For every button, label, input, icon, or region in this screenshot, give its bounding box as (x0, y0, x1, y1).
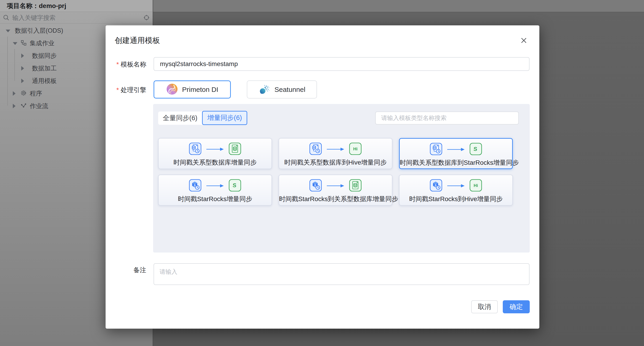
starrocks-timestamp-icon: S (310, 179, 322, 192)
template-type-panel: 全量同步(6)增量同步(6) 时间戳关系型数据库增量同步Hi时间戳关系型数据库到… (153, 104, 530, 252)
svg-text:Hi: Hi (353, 146, 358, 151)
caret-right-icon[interactable] (21, 54, 24, 58)
sidebar-search-input[interactable] (12, 13, 136, 22)
tab-增量同步(6)[interactable]: 增量同步(6) (202, 111, 247, 125)
template-card[interactable]: S时间戳StarRocks到关系型数据库增量同步 (278, 174, 392, 206)
starrocks-timestamp-icon: S (189, 179, 201, 192)
template-card-grid: 时间戳关系型数据库增量同步Hi时间戳关系型数据库到Hive增量同步S时间戳关系型… (158, 138, 513, 206)
project-name-header: 项目名称：demo-prj (0, 0, 153, 12)
create-template-modal: 创建通用模板 模板名称 处理引擎 Primeton DISeatunnel 全量… (106, 25, 539, 329)
starrocks-timestamp-icon: S (430, 179, 442, 192)
gear-icon (20, 90, 26, 97)
svg-text:S: S (473, 146, 478, 152)
search-icon (3, 14, 10, 22)
sidebar-search-bar (0, 12, 153, 24)
main-header-dimmed (153, 0, 644, 12)
starrocks-icon: S (470, 143, 482, 156)
template-card[interactable]: SHi时间戳StarRocks到Hive增量同步 (399, 174, 513, 206)
template-name-label: 模板名称 (106, 60, 146, 69)
cancel-button[interactable]: 取消 (471, 300, 498, 313)
db-timestamp-icon (310, 142, 322, 156)
template-card[interactable]: SS时间戳StarRocks增量同步 (158, 174, 272, 206)
template-type-search-input[interactable] (375, 112, 519, 124)
caret-right-icon[interactable] (13, 104, 16, 108)
caret-right-icon[interactable] (13, 91, 16, 96)
arrow-icon (447, 184, 465, 188)
db-timestamp-icon (189, 142, 201, 156)
integration-icon (20, 40, 26, 46)
db-timestamp-icon (430, 143, 442, 156)
app-screen: 项目名称：demo-prj 数据引入层(ODS)集成作业数据同步数据加工通用模板… (0, 0, 644, 346)
workflow-icon (20, 102, 26, 110)
engine-option-seatunnel[interactable]: Seatunnel (247, 80, 317, 98)
engine-label: 处理引擎 (106, 86, 146, 94)
hive-icon: Hi (470, 179, 482, 192)
close-icon[interactable] (519, 36, 528, 45)
caret-right-icon[interactable] (21, 66, 24, 70)
svg-text:S: S (232, 182, 236, 188)
svg-text:Hi: Hi (474, 183, 478, 188)
arrow-icon (326, 184, 344, 188)
arrow-icon (447, 147, 465, 152)
primeton-di-logo (166, 83, 178, 96)
confirm-button[interactable]: 确定 (503, 300, 530, 313)
starrocks-icon: S (229, 179, 241, 192)
remark-label: 备注 (106, 266, 146, 274)
arrow-icon (206, 184, 224, 188)
template-card[interactable]: 时间戳关系型数据库增量同步 (158, 138, 272, 169)
caret-down-icon[interactable] (6, 30, 10, 32)
sync-mode-tabs: 全量同步(6)增量同步(6) (158, 112, 247, 125)
template-name-input[interactable] (154, 57, 530, 71)
locate-icon[interactable] (143, 14, 150, 22)
template-card[interactable]: Hi时间戳关系型数据库到Hive增量同步 (278, 138, 392, 169)
remark-textarea[interactable] (154, 263, 530, 285)
tab-全量同步(6)[interactable]: 全量同步(6) (158, 112, 202, 125)
engine-option-primeton-di[interactable]: Primeton DI (154, 80, 231, 98)
caret-down-icon[interactable] (13, 42, 17, 45)
arrow-icon (326, 147, 344, 152)
arrow-icon (206, 147, 224, 152)
db-icon (349, 179, 362, 192)
modal-title: 创建通用模板 (115, 36, 160, 46)
db-icon (229, 142, 241, 156)
caret-right-icon[interactable] (21, 78, 24, 83)
hive-icon: Hi (349, 142, 362, 156)
seatunnel-logo (258, 83, 270, 96)
template-card[interactable]: S时间戳关系型数据库到StarRocks增量同步 (399, 138, 513, 169)
